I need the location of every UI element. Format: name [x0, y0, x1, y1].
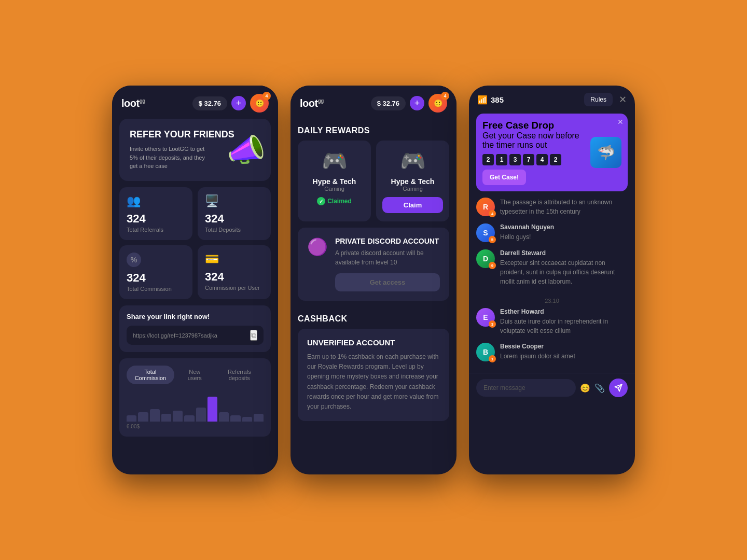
timer-row: 2 1 3 7 4 2	[482, 154, 585, 165]
phone-1: lootgg $ 32.76 + 🙂 4 REFER YOUR FRIENDS …	[112, 86, 278, 474]
chart-bar-1	[127, 415, 136, 422]
message-4: E 3 Esther Howard Duis aute irure dolor …	[476, 308, 628, 335]
promo-close-button[interactable]: ✕	[617, 118, 624, 126]
msg-content-1: The passage is attributed to an unknown …	[500, 198, 628, 216]
phone-2-header: lootgg $ 32.76 + 🙂 4	[290, 86, 457, 119]
promo-title: Free Case Drop	[482, 120, 585, 131]
discord-icon: 🟣	[307, 237, 328, 257]
tab-new-users[interactable]: New users	[178, 366, 211, 384]
commission-icon: %	[127, 253, 141, 267]
timer-digit-6: 2	[550, 154, 561, 165]
reward-card-claim: 🎮 Hype & Tech Gaming Claim	[376, 141, 449, 221]
share-link-text: https://loot.gg/ref=1237987sadjka	[133, 332, 246, 339]
chart-label: 6.00$	[127, 424, 264, 429]
get-access-button[interactable]: Get access	[335, 273, 440, 291]
chart-bar-6	[184, 415, 194, 422]
copy-link-button[interactable]: ⧉	[250, 330, 257, 341]
msg-content-5: Bessie Cooper Lorem ipsum dolor sit amet	[500, 343, 575, 361]
add-funds-button-2[interactable]: +	[410, 96, 424, 110]
referrals-icon: 👥	[127, 194, 185, 208]
balance-display-1: $ 32.76	[192, 96, 227, 110]
commission-per-user-icon: 💳	[205, 253, 264, 266]
avatar-msg-1: R 4	[476, 198, 495, 216]
referrals-label: Total Referrals	[127, 227, 185, 233]
chart-section: Total Commission New users Referrals dep…	[119, 358, 271, 437]
attach-button[interactable]: 📎	[594, 383, 605, 393]
message-input[interactable]	[476, 379, 576, 397]
refer-text: REFER YOUR FRIENDS Invite others to Loot…	[130, 129, 234, 170]
timer-digit-4: 7	[523, 154, 534, 165]
claim-button[interactable]: Claim	[382, 197, 443, 213]
chart-bar-7	[196, 408, 206, 422]
notification-badge-1: 4	[262, 92, 271, 100]
badge-msg-1: 4	[489, 210, 496, 217]
chat-messages: R 4 The passage is attributed to an unkn…	[469, 198, 635, 369]
rewards-grid: 🎮 Hype & Tech Gaming ✓ Claimed 🎮 Hype & …	[298, 141, 449, 221]
chat-input-area: 😊 📎	[469, 373, 635, 402]
close-button[interactable]: ✕	[619, 94, 627, 105]
avatar-msg-3: D 9	[476, 249, 495, 268]
user-avatar-2[interactable]: 🙂 4	[428, 94, 447, 113]
phone-3: 📶 385 Rules ✕ Free Case Drop Get your Ca…	[469, 86, 635, 474]
tab-total-commission[interactable]: Total Commission	[127, 366, 174, 384]
tab-referrals-deposits[interactable]: Referrals deposits	[215, 366, 264, 384]
avatar-msg-2: S 5	[476, 223, 495, 242]
chat-channel: 📶 385	[477, 95, 504, 105]
commission-per-user-number: 324	[205, 270, 264, 284]
msg-author-2: Savannah Nguyen	[500, 223, 554, 231]
daily-rewards-title: DAILY REWARDS	[298, 119, 449, 141]
badge-msg-3: 9	[489, 262, 496, 269]
reward-emoji-2: 🎮	[382, 149, 443, 173]
check-icon: ✓	[317, 197, 325, 205]
msg-author-3: Darrell Steward	[500, 249, 628, 257]
msg-content-3: Darrell Steward Excepteur sint occaecat …	[500, 249, 628, 286]
discord-title: PRIVATE DISCORD ACCOUNT	[335, 237, 440, 245]
deposits-label: Total Deposits	[205, 227, 264, 233]
reward-emoji-1: 🎮	[304, 149, 365, 173]
timer-digit-1: 2	[482, 154, 494, 165]
commission-label: Total Commission	[127, 286, 185, 292]
add-funds-button-1[interactable]: +	[231, 96, 246, 110]
referrals-number: 324	[127, 212, 185, 226]
msg-content-2: Savannah Nguyen Hello guys!	[500, 223, 554, 242]
commission-number: 324	[127, 271, 185, 285]
send-icon	[614, 384, 622, 392]
stats-grid: 👥 324 Total Referrals 🖥️ 324 Total Depos…	[119, 187, 271, 299]
reward-subtitle-2: Gaming	[382, 186, 443, 192]
stat-commission-per-user: 💳 324 Commission per User	[198, 245, 271, 299]
megaphone-icon: 📣	[227, 132, 266, 169]
send-button[interactable]	[609, 379, 628, 397]
chart-bar-12	[254, 414, 264, 422]
signal-icon: 📶	[477, 95, 488, 105]
chart-bar-2	[138, 412, 148, 422]
chat-actions: Rules ✕	[584, 93, 627, 106]
badge-msg-5: 1	[489, 355, 496, 362]
header-right-1: $ 32.76 + 🙂 4	[192, 94, 269, 113]
refer-title: REFER YOUR FRIENDS	[130, 129, 234, 141]
avatar-msg-4: E 3	[476, 308, 495, 327]
msg-text-4: Duis aute irure dolor in reprehenderit i…	[500, 317, 628, 335]
share-card: Share your link right now! https://loot.…	[119, 305, 271, 352]
phone-2: lootgg $ 32.76 + 🙂 4 DAILY REWARDS 🎮 Hyp…	[290, 86, 457, 474]
msg-text-3: Excepteur sint occaecat cupidatat non pr…	[500, 258, 628, 286]
message-1: R 4 The passage is attributed to an unkn…	[476, 198, 628, 216]
cashback-description: Earn up to 1% cashback on each purchase …	[307, 352, 440, 412]
msg-text-1: The passage is attributed to an unknown …	[500, 198, 628, 216]
time-divider: 23.10	[476, 293, 628, 308]
message-2: S 5 Savannah Nguyen Hello guys!	[476, 223, 628, 242]
logo-1: lootgg	[121, 97, 145, 109]
stat-deposits: 🖥️ 324 Total Deposits	[198, 187, 271, 240]
channel-number: 385	[491, 95, 504, 104]
user-avatar-1[interactable]: 🙂 4	[250, 94, 269, 113]
refer-description: Invite others to LootGG to get 5% of the…	[130, 145, 213, 171]
reward-card-claimed: 🎮 Hype & Tech Gaming ✓ Claimed	[298, 141, 371, 221]
get-case-button[interactable]: Get Case!	[482, 170, 526, 185]
chart-bar-3	[150, 409, 160, 422]
stat-commission: % 324 Total Commission	[119, 245, 192, 299]
promo-content: Free Case Drop Get your Case now before …	[482, 120, 585, 185]
emoji-button[interactable]: 😊	[580, 383, 590, 393]
rules-button[interactable]: Rules	[584, 93, 613, 106]
avatar-msg-5: B 1	[476, 343, 495, 361]
claimed-text: Claimed	[327, 198, 352, 205]
message-3: D 9 Darrell Steward Excepteur sint occae…	[476, 249, 628, 286]
